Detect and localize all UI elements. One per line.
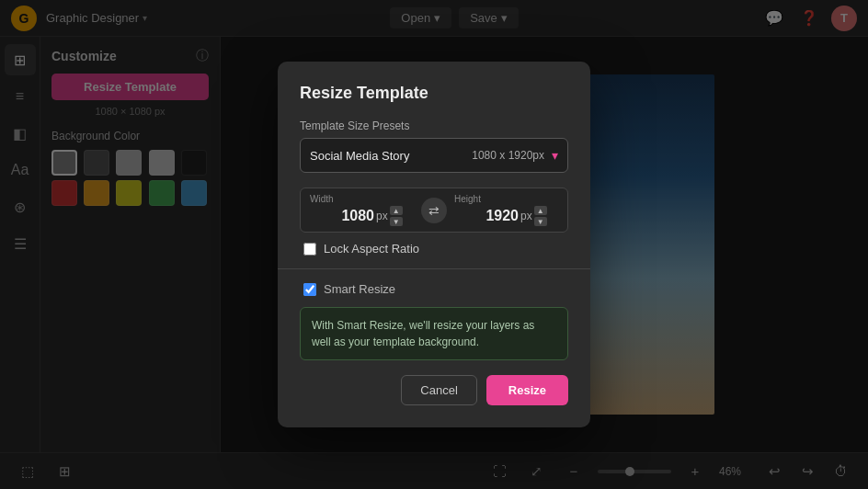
width-decrement-button[interactable]: ▼: [390, 217, 403, 226]
height-spinners: ▲ ▼: [534, 206, 547, 226]
smart-resize-info-box: With Smart Resize, we'll resize your lay…: [300, 307, 568, 360]
template-size-presets-label: Template Size Presets: [300, 119, 568, 132]
smart-resize-checkbox[interactable]: [303, 283, 316, 296]
modal-overlay: Resize Template Template Size Presets So…: [0, 0, 868, 489]
smart-resize-row: Smart Resize: [300, 282, 568, 296]
width-input[interactable]: [310, 208, 374, 224]
modal-divider: [278, 268, 590, 269]
preset-dimensions: 1080 x 1920px: [472, 149, 544, 162]
width-increment-button[interactable]: ▲: [390, 206, 403, 215]
swap-dimensions-button[interactable]: ⇄: [421, 198, 447, 223]
resize-button[interactable]: Resize: [486, 375, 568, 405]
height-input[interactable]: [454, 208, 519, 224]
lock-aspect-ratio-label: Lock Aspect Ratio: [324, 242, 419, 256]
preset-selector[interactable]: Social Media Story 1080 x 1920px ▾: [300, 138, 568, 173]
width-group: Width px ▲ ▼: [310, 194, 414, 226]
height-unit: px: [520, 210, 532, 222]
lock-aspect-ratio-checkbox[interactable]: [303, 243, 316, 256]
resize-template-modal: Resize Template Template Size Presets So…: [278, 62, 590, 427]
height-input-row: px ▲ ▼: [454, 206, 558, 226]
smart-resize-label: Smart Resize: [324, 282, 395, 296]
width-input-row: px ▲ ▼: [310, 206, 414, 226]
height-label: Height: [454, 194, 558, 204]
modal-title: Resize Template: [300, 84, 568, 103]
modal-buttons: Cancel Resize: [300, 375, 568, 405]
preset-dropdown-arrow-icon: ▾: [552, 148, 558, 163]
height-decrement-button[interactable]: ▼: [534, 217, 547, 226]
lock-aspect-ratio-row: Lock Aspect Ratio: [300, 242, 568, 256]
height-increment-button[interactable]: ▲: [534, 206, 547, 215]
width-spinners: ▲ ▼: [390, 206, 403, 226]
width-unit: px: [376, 210, 388, 222]
height-group: Height px ▲ ▼: [454, 194, 558, 226]
preset-selected-value: Social Media Story: [310, 149, 472, 163]
dimensions-row: Width px ▲ ▼ ⇄ Height px ▲: [300, 188, 568, 233]
cancel-button[interactable]: Cancel: [401, 375, 476, 405]
smart-resize-info-text: With Smart Resize, we'll resize your lay…: [312, 319, 534, 348]
width-label: Width: [310, 194, 414, 204]
